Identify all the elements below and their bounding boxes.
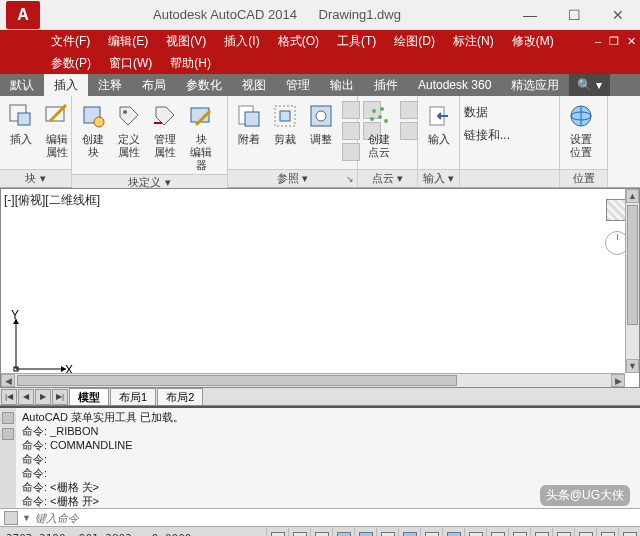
scrollbar-horizontal[interactable]: ◀▶: [1, 373, 625, 387]
tab-a360[interactable]: Autodesk 360: [408, 74, 501, 96]
btn-import[interactable]: 输入: [422, 99, 456, 148]
cmd-prompt-icon[interactable]: [4, 511, 18, 525]
scroll-left-icon[interactable]: ◀: [1, 374, 15, 387]
btn-edit-attr[interactable]: 编辑属性: [40, 99, 74, 161]
scroll-down-icon[interactable]: ▼: [626, 359, 639, 373]
svg-point-15: [370, 117, 374, 121]
tab-search[interactable]: 🔍 ▾: [569, 74, 609, 96]
tab-prev-icon[interactable]: ◀: [18, 389, 34, 405]
ortho-toggle[interactable]: [310, 528, 332, 537]
tab-default[interactable]: 默认: [0, 74, 44, 96]
btn-clip[interactable]: 剪裁: [268, 99, 302, 148]
tab-featured[interactable]: 精选应用: [501, 74, 569, 96]
tab-next-icon[interactable]: ▶: [35, 389, 51, 405]
btn-adjust[interactable]: 调整: [304, 99, 338, 148]
btn-define-attr[interactable]: 定义属性: [112, 99, 146, 161]
panel-pc-footer[interactable]: 点云 ▾: [358, 169, 417, 187]
ws-toggle[interactable]: [596, 528, 618, 537]
tab-layout2[interactable]: 布局2: [157, 388, 203, 405]
tpy-toggle[interactable]: [486, 528, 508, 537]
menu-view[interactable]: 视图(V): [157, 30, 215, 52]
close-button[interactable]: ✕: [596, 0, 640, 30]
scroll-right-icon[interactable]: ▶: [611, 374, 625, 387]
menu-draw[interactable]: 绘图(D): [385, 30, 444, 52]
cursor-coordinates[interactable]: 2703.2190, 901.2802 , 0.0000: [0, 532, 197, 536]
btn-data[interactable]: 数据: [464, 104, 488, 121]
drawing-viewport[interactable]: [-][俯视][二维线框] X Y ▲▼ ◀▶: [0, 188, 640, 388]
sc-toggle[interactable]: [530, 528, 552, 537]
btn-set-location[interactable]: 设置位置: [564, 99, 598, 161]
tab-parametric[interactable]: 参数化: [176, 74, 232, 96]
menu-dim[interactable]: 标注(N): [444, 30, 503, 52]
file-name: Drawing1.dwg: [319, 7, 401, 22]
menu-tools[interactable]: 工具(T): [328, 30, 385, 52]
snap-toggle[interactable]: [266, 528, 288, 537]
minimize-button[interactable]: —: [508, 0, 552, 30]
pc-sm-2[interactable]: [400, 122, 418, 140]
app-logo[interactable]: [6, 1, 40, 29]
pc-sm-1[interactable]: [400, 101, 418, 119]
panel-import-footer[interactable]: 输入 ▾: [418, 169, 459, 187]
tab-manage[interactable]: 管理: [276, 74, 320, 96]
model-toggle[interactable]: [552, 528, 574, 537]
polar-toggle[interactable]: [332, 528, 354, 537]
otrack-toggle[interactable]: [398, 528, 420, 537]
scrollbar-vertical[interactable]: ▲▼: [625, 189, 639, 373]
dyn-toggle[interactable]: [442, 528, 464, 537]
command-input[interactable]: [35, 512, 636, 524]
tab-first-icon[interactable]: |◀: [1, 389, 17, 405]
dialog-launcher-icon[interactable]: ↘: [346, 174, 354, 184]
menu-modify[interactable]: 修改(M): [503, 30, 563, 52]
menu-param[interactable]: 参数(P): [42, 52, 100, 74]
tab-insert[interactable]: 插入: [44, 74, 88, 96]
ducs-toggle[interactable]: [420, 528, 442, 537]
lwt-toggle[interactable]: [464, 528, 486, 537]
osnap-toggle[interactable]: [354, 528, 376, 537]
scroll-thumb-h[interactable]: [17, 375, 457, 386]
tab-output[interactable]: 输出: [320, 74, 364, 96]
mdi-min-icon[interactable]: –: [591, 35, 605, 48]
mdi-close-icon[interactable]: ✕: [623, 35, 640, 48]
svg-rect-8: [245, 112, 259, 126]
ann-toggle[interactable]: [574, 528, 596, 537]
tab-plugins[interactable]: 插件: [364, 74, 408, 96]
btn-insert-block[interactable]: 插入: [4, 99, 38, 148]
mdi-window-controls: – ❐ ✕: [591, 35, 640, 48]
menu-help[interactable]: 帮助(H): [161, 52, 220, 74]
3dosnap-toggle[interactable]: [376, 528, 398, 537]
tab-last-icon[interactable]: ▶|: [52, 389, 68, 405]
menu-format[interactable]: 格式(O): [269, 30, 328, 52]
panel-ref-footer[interactable]: 参照 ▾↘: [228, 169, 357, 187]
panel-import: 输入 输入 ▾: [418, 96, 460, 187]
tab-annotate[interactable]: 注释: [88, 74, 132, 96]
menu-file[interactable]: 文件(F): [42, 30, 99, 52]
btn-create-pointcloud[interactable]: 创建点云: [362, 99, 396, 161]
maximize-button[interactable]: ☐: [552, 0, 596, 30]
insert-block-icon: [6, 101, 36, 131]
misc-toggle[interactable]: [618, 528, 640, 537]
panel-block-footer[interactable]: 块 ▾: [0, 169, 71, 187]
tab-layout[interactable]: 布局: [132, 74, 176, 96]
scroll-up-icon[interactable]: ▲: [626, 189, 639, 203]
cmd-options-icon[interactable]: [2, 428, 14, 440]
btn-manage-attr[interactable]: 管理属性: [148, 99, 182, 161]
menu-edit[interactable]: 编辑(E): [99, 30, 157, 52]
menu-window[interactable]: 窗口(W): [100, 52, 161, 74]
svg-point-17: [384, 119, 388, 123]
svg-point-12: [316, 111, 326, 121]
scroll-thumb-v[interactable]: [627, 205, 638, 325]
tab-model[interactable]: 模型: [69, 388, 109, 405]
tab-view[interactable]: 视图: [232, 74, 276, 96]
viewport-label[interactable]: [-][俯视][二维线框]: [4, 192, 100, 209]
tab-layout1[interactable]: 布局1: [110, 388, 156, 405]
btn-block-editor[interactable]: 块编辑器: [184, 99, 218, 174]
cmd-recent-icon[interactable]: ▼: [22, 513, 31, 523]
qp-toggle[interactable]: [508, 528, 530, 537]
btn-create-block[interactable]: 创建块: [76, 99, 110, 161]
btn-attach[interactable]: 附着: [232, 99, 266, 148]
grid-toggle[interactable]: [288, 528, 310, 537]
menu-insert[interactable]: 插入(I): [215, 30, 268, 52]
cmd-close-icon[interactable]: [2, 412, 14, 424]
mdi-restore-icon[interactable]: ❐: [605, 35, 623, 48]
btn-links[interactable]: 链接和...: [464, 127, 510, 144]
